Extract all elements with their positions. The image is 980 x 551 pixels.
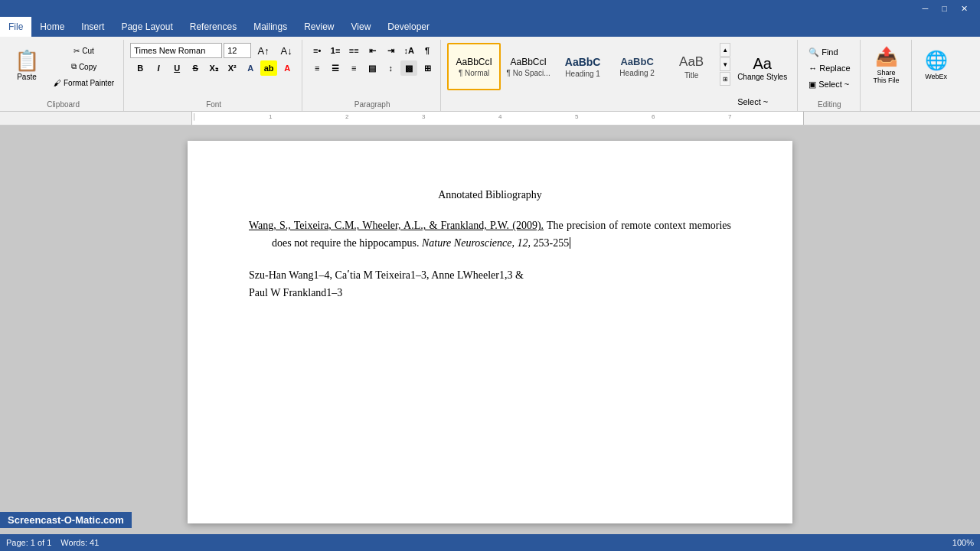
copy-button[interactable]: ⧉ Copy [49, 59, 119, 74]
style-no-spacing-preview: AaBbCcI [510, 57, 546, 67]
bullets-button[interactable]: ≡• [309, 43, 325, 58]
bold-button[interactable]: B [132, 60, 149, 76]
ribbon-group-webex: 🌐 WebEx [913, 40, 959, 111]
borders-button[interactable]: ⊞ [419, 60, 436, 76]
strikethrough-button[interactable]: S [187, 60, 204, 76]
menu-mailings[interactable]: Mailings [245, 17, 296, 37]
style-heading2[interactable]: AaBbC Heading 2 [610, 43, 664, 90]
title-bar: ─ □ ✕ [0, 0, 980, 17]
share-button[interactable]: 📤 ShareThis File [867, 43, 906, 87]
line-spacing-button[interactable]: ↕ [382, 60, 399, 76]
select-button[interactable]: Select ~ [732, 93, 792, 110]
style-normal-label: ¶ Normal [459, 69, 489, 77]
menu-view[interactable]: View [343, 17, 380, 37]
text-highlight-button[interactable]: ab [260, 60, 277, 76]
superscript-button[interactable]: X² [224, 60, 240, 76]
window-controls: ─ □ ✕ [916, 3, 974, 15]
menu-insert[interactable]: Insert [73, 17, 113, 37]
align-center-button[interactable]: ☰ [327, 60, 344, 76]
maximize-button[interactable]: □ [936, 3, 953, 15]
style-heading2-preview: AaBbC [620, 56, 653, 67]
font-row1: A↑ A↓ [130, 43, 297, 58]
show-hide-button[interactable]: ¶ [419, 43, 436, 58]
style-title-label: Title [684, 71, 699, 80]
ruler: │ 1 2 3 4 5 6 7 [0, 112, 980, 126]
reference-journal: Nature Neuroscience, 12, [422, 237, 531, 249]
menu-page-layout[interactable]: Page Layout [113, 17, 181, 37]
font-row2: B I U S X₂ X² A ab A [132, 60, 296, 76]
style-title[interactable]: AaB Title [665, 43, 718, 90]
replace-button[interactable]: ↔ Replace [804, 60, 854, 76]
multilevel-list-button[interactable]: ≡≡ [345, 43, 362, 58]
find-button[interactable]: 🔍 Find [804, 44, 854, 60]
underline-button[interactable]: U [168, 60, 185, 76]
increase-indent-button[interactable]: ⇥ [382, 43, 399, 58]
change-styles-button[interactable]: Aa Change Styles [732, 44, 792, 92]
menu-file[interactable]: File [0, 17, 31, 37]
status-left: Page: 1 of 1 Words: 41 [6, 538, 99, 547]
menu-review[interactable]: Review [296, 17, 342, 37]
style-heading1-preview: AaBbC [565, 56, 601, 68]
watermark: Screencast-O-Matic.com [0, 512, 132, 528]
ribbon-group-share: 📤 ShareThis File [862, 40, 912, 111]
status-words: Words: 41 [60, 538, 99, 547]
status-bar: Page: 1 of 1 Words: 41 100% [0, 534, 980, 551]
font-name-input[interactable] [130, 43, 222, 58]
paste-button[interactable]: 📋 Paste [8, 43, 46, 87]
status-zoom: 100% [952, 538, 974, 547]
webex-button[interactable]: 🌐 WebEx [918, 43, 955, 87]
menu-home[interactable]: Home [31, 17, 73, 37]
styles-more[interactable]: ⊞ [720, 72, 730, 86]
ribbon-group-font: A↑ A↓ B I U S X₂ X² A ab A Font [126, 40, 302, 111]
ruler-track: │ 1 2 3 4 5 6 7 [191, 112, 804, 125]
document-area[interactable]: Annotated Bibliography Wang, S., Teixeir… [0, 126, 980, 534]
styles-scroll-up[interactable]: ▲ [720, 43, 730, 57]
paragraph-row2: ≡ ☰ ≡ ▤ ↕ ▩ ⊞ [309, 60, 436, 76]
shading-button[interactable]: ▩ [400, 60, 417, 76]
style-normal-preview: AaBbCcI [456, 57, 492, 67]
align-left-button[interactable]: ≡ [309, 60, 325, 76]
font-grow-button[interactable]: A↑ [253, 43, 274, 58]
reference-pages: 253-255 [534, 237, 570, 249]
menu-references[interactable]: References [181, 17, 245, 37]
italic-button[interactable]: I [150, 60, 167, 76]
menu-bar: File Home Insert Page Layout References … [0, 17, 980, 37]
style-normal[interactable]: AaBbCcI ¶ Normal [447, 43, 501, 90]
clipboard-small-btns: ✂ Cut ⧉ Copy 🖌 Format Painter [49, 43, 119, 90]
minimize-button[interactable]: ─ [916, 3, 935, 15]
webex-icon: 🌐 [925, 50, 948, 71]
numbering-button[interactable]: 1≡ [327, 43, 344, 58]
clipboard-label: Clipboard [47, 99, 80, 111]
font-size-input[interactable] [224, 43, 251, 58]
align-right-button[interactable]: ≡ [345, 60, 362, 76]
justify-button[interactable]: ▤ [364, 60, 381, 76]
ribbon-group-clipboard: 📋 Paste ✂ Cut ⧉ Copy 🖌 Format Painter Cl… [3, 40, 124, 111]
font-label: Font [206, 99, 221, 111]
document-page[interactable]: Annotated Bibliography Wang, S., Teixeir… [188, 141, 792, 523]
style-heading1-label: Heading 1 [565, 70, 600, 78]
style-heading2-label: Heading 2 [619, 69, 655, 77]
decrease-indent-button[interactable]: ⇤ [364, 43, 381, 58]
scissors-icon: ✂ [74, 47, 80, 55]
reference-paragraph[interactable]: Wang, S., Teixeira, C.M., Wheeler, A.L.,… [249, 217, 731, 252]
font-shrink-button[interactable]: A↓ [276, 43, 297, 58]
cut-button[interactable]: ✂ Cut [49, 43, 119, 58]
style-title-preview: AaB [679, 54, 704, 70]
document-title: Annotated Bibliography [249, 187, 731, 204]
menu-developer[interactable]: Developer [379, 17, 438, 37]
styles-scroll-down[interactable]: ▼ [720, 57, 730, 71]
style-heading1[interactable]: AaBbC Heading 1 [556, 43, 609, 90]
editing-label: Editing [818, 99, 841, 111]
select-all-button[interactable]: ▣ Select ~ [804, 77, 854, 92]
select-icon: ▣ [808, 80, 816, 90]
subscript-button[interactable]: X₂ [205, 60, 222, 76]
text-effects-button[interactable]: A [242, 60, 259, 76]
style-no-spacing[interactable]: AaBbCcI ¶ No Spaci... [501, 43, 555, 90]
font-color-button[interactable]: A [279, 60, 296, 76]
format-painter-icon: 🖌 [54, 79, 61, 87]
sort-button[interactable]: ↕A [400, 43, 417, 58]
authors-paragraph: Szu-Han Wang1–4, Caʹtia M Teixeira1–3, A… [249, 267, 731, 302]
close-button[interactable]: ✕ [955, 3, 974, 15]
format-painter-button[interactable]: 🖌 Format Painter [49, 75, 119, 90]
share-icon: 📤 [875, 46, 898, 67]
